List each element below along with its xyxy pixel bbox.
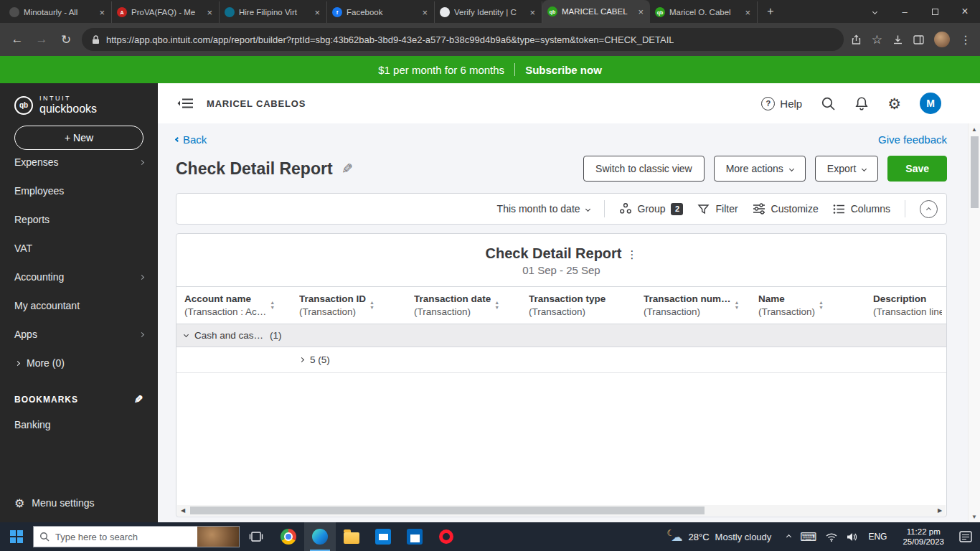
user-avatar[interactable]: M (920, 93, 941, 114)
tab-hire-filipino[interactable]: Hire Filipino Virt × (220, 1, 327, 23)
chevron-right-icon[interactable] (299, 357, 304, 362)
speaker-icon[interactable] (847, 532, 857, 542)
date-range-dropdown[interactable]: This month to date (497, 203, 590, 215)
filter-button[interactable]: Filter (697, 203, 738, 215)
minimize-button[interactable]: – (890, 0, 920, 23)
save-button[interactable]: Save (887, 156, 947, 182)
task-view-button[interactable] (240, 522, 273, 551)
split-screen-icon[interactable] (913, 35, 924, 44)
menu-settings-button[interactable]: ⚙ Menu settings (0, 484, 158, 522)
scroll-up-icon[interactable]: ▲ (969, 123, 980, 135)
network-icon[interactable] (826, 532, 837, 542)
favorite-star-icon[interactable]: ☆ (872, 32, 882, 47)
touch-keyboard-icon[interactable]: ⌨ (800, 530, 816, 544)
column-header-transaction-id[interactable]: Transaction ID(Transaction) ▲▼ (291, 287, 406, 324)
scroll-left-icon[interactable]: ◀ (177, 507, 189, 514)
language-indicator[interactable]: ENG (867, 532, 888, 542)
column-header-account-name[interactable]: Account name(Transaction : Ac… ▲▼ (176, 287, 291, 324)
sort-arrows-icon[interactable]: ▲▼ (270, 301, 275, 310)
browser-menu-icon[interactable]: ⋮ (960, 33, 971, 47)
sidebar-item-my-accountant[interactable]: My accountant (0, 291, 158, 320)
columns-button[interactable]: Columns (833, 203, 890, 215)
help-button[interactable]: ? Help (761, 97, 802, 110)
horizontal-scroll-thumb[interactable] (190, 507, 705, 514)
taskbar-edge-icon[interactable] (304, 522, 336, 551)
download-icon[interactable] (892, 34, 903, 45)
subscribe-now-link[interactable]: Subscribe now (525, 64, 602, 76)
browser-profile-avatar[interactable] (934, 32, 950, 47)
tab-maricel-o-cabelos[interactable]: qb Maricel O. Cabel × (650, 1, 758, 23)
taskbar-search-input[interactable] (55, 532, 197, 542)
tab-close-icon[interactable]: × (205, 7, 214, 18)
new-button[interactable]: + New (14, 126, 143, 150)
sidebar-item-more[interactable]: More (0) (0, 349, 158, 377)
give-feedback-link[interactable]: Give feedback (878, 133, 947, 146)
chevron-down-icon[interactable] (184, 332, 189, 337)
url-bar[interactable]: https://app.qbo.intuit.com/app/report/bu… (82, 28, 844, 51)
sort-arrows-icon[interactable]: ▲▼ (819, 301, 824, 310)
tab-close-icon[interactable]: × (636, 6, 645, 17)
column-header-transaction-type[interactable]: Transaction type(Transaction) (521, 287, 636, 324)
tab-verify-identity[interactable]: Verify Identity | C × (435, 1, 542, 23)
sort-arrows-icon[interactable]: ▲▼ (735, 301, 740, 310)
tab-prova[interactable]: A ProVA(FAQ) - Me × (112, 1, 220, 23)
tab-minotaurly[interactable]: Minotaurly - All × (4, 1, 112, 23)
share-icon[interactable] (851, 34, 862, 45)
sidebar-collapse-icon[interactable] (176, 98, 194, 109)
sort-arrows-icon[interactable]: ▲▼ (494, 301, 499, 310)
collapse-toolbar-button[interactable] (920, 200, 938, 218)
column-header-transaction-date[interactable]: Transaction date(Transaction) ▲▼ (406, 287, 521, 324)
sidebar-item-banking[interactable]: Banking (0, 410, 158, 439)
action-center-button[interactable] (951, 522, 980, 551)
tab-close-icon[interactable]: × (420, 7, 429, 18)
more-actions-button[interactable]: More actions (714, 156, 806, 182)
tab-search-dropdown-icon[interactable] (859, 0, 890, 23)
browser-forward-button[interactable]: → (33, 32, 50, 47)
sidebar-item-reports[interactable]: Reports (0, 205, 158, 234)
sidebar-item-accounting[interactable]: Accounting (0, 263, 158, 291)
show-hidden-icons-caret[interactable] (787, 535, 791, 539)
browser-reload-button[interactable]: ↻ (57, 32, 75, 47)
weather-widget[interactable]: ☾ ☁ 28°C Mostly cloudy (659, 522, 781, 551)
report-title-menu-icon[interactable]: ⋮ (627, 248, 638, 260)
switch-classic-view-button[interactable]: Switch to classic view (583, 156, 705, 182)
taskbar-clock[interactable]: 11:22 pm 25/09/2023 (895, 527, 951, 547)
table-group-row-cash[interactable]: Cash and cas… (1) (176, 324, 946, 347)
tab-close-icon[interactable]: × (98, 7, 106, 18)
tab-maricel-cabelos-active[interactable]: qb MARICEL CABEL × (542, 0, 650, 23)
maximize-button[interactable] (920, 0, 950, 23)
column-header-transaction-num[interactable]: Transaction num…(Transaction) ▲▼ (636, 287, 750, 324)
taskbar-search-box[interactable] (33, 526, 240, 547)
sort-arrows-icon[interactable]: ▲▼ (369, 301, 374, 310)
start-button[interactable] (0, 522, 33, 551)
sidebar-item-employees[interactable]: Employees (0, 176, 158, 205)
back-link[interactable]: Back (176, 133, 207, 146)
export-button[interactable]: Export (815, 156, 878, 182)
taskbar-opera-icon[interactable] (430, 522, 462, 551)
tab-close-icon[interactable]: × (743, 7, 752, 18)
scroll-down-icon[interactable]: ▼ (969, 511, 980, 522)
notifications-bell-icon[interactable] (854, 96, 869, 111)
browser-back-button[interactable]: ← (9, 32, 26, 47)
settings-gear-icon[interactable]: ⚙ (887, 96, 901, 111)
new-tab-button[interactable]: + (760, 1, 781, 22)
taskbar-calendar-icon[interactable] (399, 522, 430, 551)
sidebar-item-apps[interactable]: Apps (0, 320, 158, 349)
taskbar-chrome-icon[interactable] (273, 522, 304, 551)
taskbar-mail-icon[interactable] (367, 522, 399, 551)
edit-title-pencil-icon[interactable]: ✎ (341, 161, 353, 177)
close-window-button[interactable]: × (950, 0, 980, 23)
vertical-scrollbar[interactable]: ▲ ▼ (968, 123, 980, 522)
edit-bookmarks-pencil-icon[interactable]: ✎ (133, 393, 143, 406)
sidebar-item-expenses[interactable]: Expenses (0, 148, 158, 176)
group-button[interactable]: Group 2 (619, 202, 684, 215)
tab-close-icon[interactable]: × (528, 7, 537, 18)
tab-facebook[interactable]: f Facebook × (327, 1, 435, 23)
sidebar-item-vat[interactable]: VAT (0, 234, 158, 263)
horizontal-scrollbar[interactable]: ◀ ▶ (177, 505, 946, 516)
taskbar-file-explorer-icon[interactable] (336, 522, 367, 551)
scroll-right-icon[interactable]: ▶ (934, 507, 946, 514)
column-header-name[interactable]: Name(Transaction) ▲▼ (750, 287, 865, 324)
search-icon[interactable] (821, 96, 836, 111)
customize-button[interactable]: Customize (753, 203, 819, 215)
